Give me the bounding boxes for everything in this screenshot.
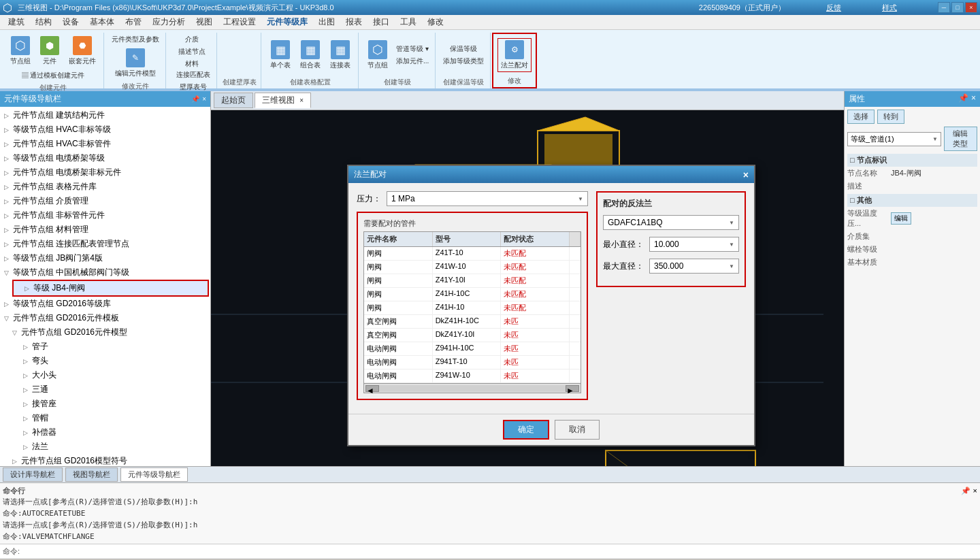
close-btn[interactable]: × <box>965 2 977 13</box>
add-grade-type-btn[interactable]: 添加等级类型 <box>441 56 486 67</box>
cmd-pin[interactable]: 📌 <box>961 487 970 495</box>
tree-item-nonstandard[interactable]: ▷元件节点组 非标管件元件 <box>1 208 209 223</box>
menu-yuanjian[interactable]: 元件等级库 <box>261 15 313 29</box>
tab-3d[interactable]: 三维视图 × <box>255 93 311 108</box>
node-group-btn[interactable]: ⬡ 节点组 <box>7 34 34 68</box>
flange-match-btn[interactable]: ⚙ 法兰配对 <box>497 38 532 72</box>
tree-item-reducer[interactable]: ▷大小头 <box>1 368 209 382</box>
table-row[interactable]: 电动闸阀 Z941T-10 未匹 <box>364 356 581 369</box>
tab-component-nav[interactable]: 元件等级导航栏 <box>120 467 188 482</box>
dialog-close-btn[interactable]: × <box>743 169 749 180</box>
table-row[interactable]: 闸阀 Z41H-10C 未匹配 <box>364 288 581 301</box>
right-panel-close[interactable]: × <box>971 93 976 105</box>
comp-type-params-btn[interactable]: 元件类型及参数 <box>110 34 161 45</box>
cmd-close[interactable]: × <box>973 487 977 495</box>
menu-baobiao[interactable]: 报表 <box>340 15 368 29</box>
tree-item-nozzle[interactable]: ▷接管座 <box>1 397 209 411</box>
tree-item-cable-grade[interactable]: ▷等级节点组 电缆桥架等级 <box>1 151 209 165</box>
combine-table-btn[interactable]: ▦ 组合表 <box>297 38 324 72</box>
minimize-btn[interactable]: ─ <box>938 2 950 13</box>
menu-shebei[interactable]: 设备 <box>57 15 84 29</box>
confirm-btn[interactable]: 确定 <box>503 420 549 440</box>
tab-start[interactable]: 起始页 <box>214 93 253 108</box>
table-body[interactable]: 闸阀 Z41T-10 未匹配 闸阀 Z41W-10 未匹配 <box>364 247 581 383</box>
grade-dropdown[interactable]: 等级_管道(1) ▼ <box>847 132 941 146</box>
feedback-link[interactable]: 反馈 <box>826 3 841 13</box>
menu-yingli[interactable]: 应力分析 <box>147 15 191 29</box>
h-scrollbar[interactable]: ◄ ► <box>363 384 581 393</box>
table-row[interactable]: 电动闸阀 Z941H-10C 未匹 <box>364 342 581 356</box>
max-diam-dropdown[interactable]: 350.000 ▼ <box>649 259 739 274</box>
command-input[interactable] <box>22 547 977 556</box>
maximize-btn[interactable]: □ <box>951 2 964 13</box>
template-create-btn[interactable]: ▤ 通过模板创建元件 <box>7 69 99 82</box>
menu-gongcheng[interactable]: 工程设置 <box>218 15 261 29</box>
edit-type-btn[interactable]: 编辑类型 <box>944 127 977 151</box>
scroll-track[interactable] <box>379 385 566 392</box>
add-comp2-btn[interactable]: 添加元件... <box>394 56 431 67</box>
tree-item-elbow[interactable]: ▷弯头 <box>1 354 209 368</box>
tab-design-nav[interactable]: 设计库导航栏 <box>3 467 63 482</box>
tree-item-compensator[interactable]: ▷补偿器 <box>1 425 209 440</box>
tree-item-cable-nonstandard[interactable]: ▷元件节点组 电缆桥架非标元件 <box>1 165 209 180</box>
nested-btn[interactable]: ⬣ 嵌套元件 <box>65 34 99 68</box>
tree-item-gd2016-template[interactable]: ▽元件节点组 GD2016元件模板 <box>1 311 209 325</box>
table-row[interactable]: 闸阀 Z41T-10 未匹配 <box>364 247 581 261</box>
tree-item-hvac-pipe[interactable]: ▷元件节点组 HVAC非标管件 <box>1 137 209 151</box>
tree-item-gd2016-symbol[interactable]: ▷元件节点组 GD2016模型符号 <box>1 454 209 466</box>
tree-item-cn-valve[interactable]: ▽等级节点组 中国机械部阀门等级 <box>1 265 209 280</box>
table-row[interactable]: 闸阀 Z41W-10 未匹配 <box>364 261 581 274</box>
cancel-btn[interactable]: 取消 <box>555 420 600 440</box>
table-row[interactable]: 真空闸阀 DkZ41Y-10I 未匹 <box>364 329 581 342</box>
menu-jiegou[interactable]: 结构 <box>30 15 57 29</box>
panel-pin-btn[interactable]: 📌 <box>191 95 199 103</box>
menu-jiekou[interactable]: 接口 <box>368 15 395 29</box>
tree-item-cap[interactable]: ▷管帽 <box>1 411 209 425</box>
temp-pressure-edit-btn[interactable]: 编辑 <box>891 212 911 225</box>
tree-item-flange[interactable]: ▷法兰 <box>1 440 209 454</box>
table-row[interactable]: 真空闸阀 DkZ41H-10C 未匹 <box>364 315 581 329</box>
table-row[interactable]: 闸阀 Z41Y-10I 未匹配 <box>364 274 581 288</box>
edit-model-btn[interactable]: ✎ 编辑元件模型 <box>112 46 159 80</box>
tree-item-gd2016-model[interactable]: ▽元件节点组 GD2016元件模型 <box>1 325 209 340</box>
tree-area[interactable]: ▷元件节点组 建筑结构元件 ▷等级节点组 HVAC非标等级 ▷元件节点组 HVA… <box>0 107 210 466</box>
style-link[interactable]: 样式 <box>882 3 897 13</box>
turnto-btn[interactable]: 转到 <box>877 110 904 124</box>
menu-gongju[interactable]: 工具 <box>395 15 422 29</box>
single-table-btn[interactable]: ▦ 单个表 <box>267 38 294 72</box>
scroll-left-btn[interactable]: ◄ <box>365 385 379 392</box>
scroll-right-btn[interactable]: ► <box>566 385 579 392</box>
table-row[interactable]: 电动闸阀 Z941W-10 未匹 <box>364 369 581 383</box>
menu-shitu[interactable]: 视图 <box>191 15 218 29</box>
panel-close-btn[interactable]: × <box>202 95 206 103</box>
medium-btn[interactable]: 介质 <box>183 34 201 45</box>
tree-item-jb4[interactable]: ▷等级节点组 JB阀门第4版 <box>1 251 209 265</box>
connect-match-btn[interactable]: 连接匹配表 <box>174 69 212 80</box>
menu-xiugai[interactable]: 修改 <box>422 15 449 29</box>
tree-item-hvac-grade[interactable]: ▷等级节点组 HVAC非标等级 <box>1 122 209 137</box>
connect-table-btn[interactable]: ▦ 连接表 <box>327 38 354 72</box>
node-group3-btn[interactable]: ⬡ 节点组 <box>364 38 391 72</box>
tree-item-material[interactable]: ▷元件节点组 材料管理 <box>1 223 209 237</box>
right-panel-pin[interactable]: 📌 <box>958 93 968 105</box>
flange-type-dropdown[interactable]: GDAFC1A1BQ ▼ <box>603 215 739 230</box>
select-btn[interactable]: 选择 <box>847 110 875 124</box>
menu-buguan[interactable]: 布管 <box>120 15 147 29</box>
table-row[interactable]: 闸阀 Z41H-10 未匹配 <box>364 301 581 315</box>
tree-item-jb4-gate[interactable]: ▷等级 JB4-闸阀 <box>12 280 209 297</box>
tab-close-btn[interactable]: × <box>299 97 304 104</box>
tree-item-medium[interactable]: ▷元件节点组 介质管理 <box>1 194 209 208</box>
desc-node-btn[interactable]: 描述节点 <box>176 46 208 57</box>
tree-item-table-lib[interactable]: ▷元件节点组 表格元件库 <box>1 180 209 194</box>
pressure-dropdown[interactable]: 1 MPa ▼ <box>387 191 588 206</box>
command-input-area[interactable]: 命令: <box>0 544 980 559</box>
min-diam-dropdown[interactable]: 10.000 ▼ <box>649 237 739 252</box>
component-btn[interactable]: ⬢ 元件 <box>37 34 63 68</box>
tree-item-building[interactable]: ▷元件节点组 建筑结构元件 <box>1 108 209 122</box>
tree-item-tee[interactable]: ▷三通 <box>1 382 209 397</box>
tree-item-gd2016-grade[interactable]: ▷等级节点组 GD2016等级库 <box>1 297 209 311</box>
menu-jibenti[interactable]: 基本体 <box>84 15 120 29</box>
pipe-grade-btn[interactable]: 管道等级 ▾ <box>394 44 431 54</box>
material-btn[interactable]: 材料 <box>183 59 201 69</box>
insulation-grade-btn[interactable]: 保温等级 <box>441 44 486 54</box>
